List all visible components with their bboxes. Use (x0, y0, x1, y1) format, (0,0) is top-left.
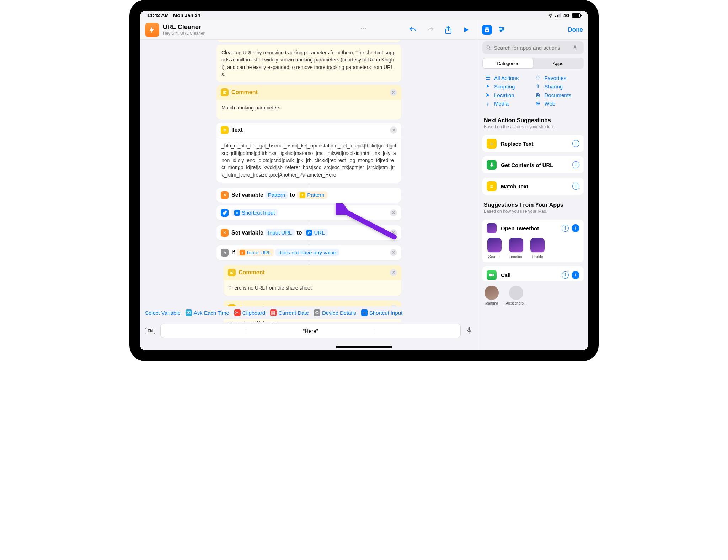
next-suggestions-sub: Based on the actions in your shortcut. (478, 124, 588, 133)
calendar-icon: ▦ (270, 309, 277, 316)
tweetbot-profile[interactable]: Profile (530, 238, 545, 259)
keyboard-suggestion-bar: EN | “Here” | (140, 322, 478, 340)
delete-action-button[interactable]: ✕ (390, 89, 397, 96)
keyboard-lang-button[interactable]: EN (145, 328, 155, 334)
tweetbot-timeline[interactable]: Timeline (509, 238, 523, 259)
set-variable-card-2[interactable]: Set variable Input URL to URL ✕ (216, 225, 401, 240)
suggestion-replace-text[interactable]: ≡ Replace Text i (482, 135, 584, 152)
predictive-text-field[interactable]: | “Here” | (160, 324, 461, 338)
tweetbot-search[interactable]: Search (487, 238, 502, 259)
multitask-dots-icon[interactable]: ••• (361, 26, 367, 31)
library-add-button[interactable] (482, 25, 492, 35)
seg-categories[interactable]: Categories (483, 58, 533, 68)
cat-scripting[interactable]: ✦Scripting (485, 83, 531, 90)
text-icon (221, 126, 229, 134)
cat-all-actions[interactable]: ☰All Actions (485, 75, 531, 81)
variable-value-pill[interactable]: URL (304, 229, 327, 236)
variable-name-pill[interactable]: Input URL (265, 229, 295, 236)
shortcut-input-card[interactable]: ≡Shortcut Input ✕ (216, 205, 401, 220)
shortcut-input-pill[interactable]: ≡Shortcut Input (231, 209, 278, 216)
cat-location[interactable]: ➤Location (485, 92, 531, 98)
info-button[interactable]: i (562, 225, 569, 232)
done-button[interactable]: Done (568, 26, 583, 33)
info-button[interactable]: i (562, 271, 569, 279)
current-date-var[interactable]: ▦Current Date (270, 309, 309, 316)
comment-body[interactable]: There is no URL from the share sheet (224, 280, 401, 296)
network-label: 4G (563, 13, 569, 18)
prev-card-peek (216, 40, 401, 42)
share-button[interactable] (444, 26, 453, 34)
status-date: Mon Jan 24 (173, 12, 200, 18)
location-icon: ➤ (485, 92, 491, 98)
description-text: Clean up URLs by removing tracking param… (216, 45, 401, 82)
home-indicator[interactable] (336, 346, 392, 348)
variable-name-pill[interactable]: Pattern (265, 191, 288, 199)
svg-rect-1 (557, 15, 558, 17)
editor-canvas[interactable]: Clean up URLs by removing tracking param… (140, 40, 478, 350)
search-input[interactable] (494, 45, 572, 51)
comment-title: Comment (231, 89, 390, 96)
cat-sharing[interactable]: ⇧Sharing (535, 83, 582, 90)
predictive-suggestion[interactable]: “Here” (303, 328, 318, 334)
comment-icon (221, 88, 229, 96)
segmented-control[interactable]: Categories Apps (482, 58, 584, 69)
undo-button[interactable] (408, 26, 417, 34)
signal-icon (555, 13, 561, 17)
dictate-icon[interactable] (572, 45, 578, 50)
delete-action-button[interactable]: ✕ (390, 269, 397, 276)
globe-icon: ⊕ (535, 100, 541, 107)
comment-icon (228, 269, 236, 276)
comment-body[interactable]: Match tracking parameters (216, 100, 401, 120)
run-button[interactable] (462, 26, 470, 34)
set-variable-card-1[interactable]: Set variable Pattern to Pattern (216, 188, 401, 203)
filters-button[interactable] (498, 25, 505, 34)
cat-media[interactable]: ♪Media (485, 100, 531, 107)
tweetbot-row[interactable]: Open Tweetbot i + Search Timeline Profil… (482, 220, 584, 262)
delete-action-button[interactable]: ✕ (390, 229, 397, 236)
search-field[interactable] (482, 41, 584, 54)
suggestion-get-contents[interactable]: ⬇ Get Contents of URL i (482, 156, 584, 173)
seg-apps[interactable]: Apps (533, 58, 583, 68)
status-time: 11:42 AM (147, 12, 169, 18)
text-card[interactable]: Text ✕ _bta_c|_bta_tid|_ga|_hsenc|_hsmi|… (216, 123, 401, 182)
svg-rect-3 (560, 13, 561, 17)
delete-action-button[interactable]: ✕ (390, 249, 397, 256)
delete-action-button[interactable]: ✕ (390, 126, 397, 134)
comment-card-1[interactable]: Comment ✕ Match tracking parameters (216, 85, 401, 120)
ask-each-time[interactable]: ✉Ask Each Time (186, 309, 229, 316)
cat-documents[interactable]: 🗎Documents (535, 92, 582, 98)
info-button[interactable]: i (572, 161, 579, 168)
info-button[interactable]: i (572, 140, 579, 147)
text-icon: ≡ (487, 181, 497, 191)
if-condition-pill[interactable]: does not have any value (275, 249, 339, 256)
variable-icon (221, 229, 229, 237)
device-details-var[interactable]: ⚙Device Details (314, 309, 356, 316)
search-icon (486, 45, 491, 50)
cat-web[interactable]: ⊕Web (535, 100, 582, 107)
suggestion-match-text[interactable]: ≡ Match Text i (482, 178, 584, 195)
add-button[interactable]: + (572, 224, 579, 232)
location-arrow-icon (548, 13, 553, 18)
add-button[interactable]: + (572, 271, 579, 279)
clipboard-var[interactable]: ✂Clipboard (234, 309, 265, 316)
delete-action-button[interactable]: ✕ (390, 209, 397, 216)
variable-value-pill[interactable]: Pattern (297, 191, 327, 199)
dictate-button[interactable] (466, 327, 473, 335)
siri-subtitle: Hey Siri, URL Cleaner (163, 31, 408, 36)
info-button[interactable]: i (572, 183, 579, 190)
text-body[interactable]: _bta_c|_bta_tid|_ga|_hsenc|_hsmi|_ke|_op… (216, 138, 401, 182)
call-row[interactable]: Call i + (482, 266, 584, 281)
page-title: URL Cleaner (163, 23, 408, 31)
link-icon (221, 209, 229, 217)
svg-rect-0 (555, 16, 556, 17)
cat-favorites[interactable]: ♡Favorites (535, 75, 582, 81)
redo-button[interactable] (426, 26, 435, 34)
contact-alessandro[interactable]: Alessandro... (506, 286, 526, 305)
comment-card-2[interactable]: Comment ✕ There is no URL from the share… (224, 265, 401, 296)
if-card[interactable]: If xInput URL does not have any value ✕ (216, 245, 401, 260)
select-variable-link[interactable]: Select Variable (145, 310, 181, 316)
shortcut-input-var[interactable]: ≡Shortcut Input (361, 309, 402, 316)
if-variable-pill[interactable]: xInput URL (237, 249, 274, 256)
input-icon: ≡ (361, 309, 368, 316)
contact-mamma[interactable]: Mamma (485, 286, 499, 305)
